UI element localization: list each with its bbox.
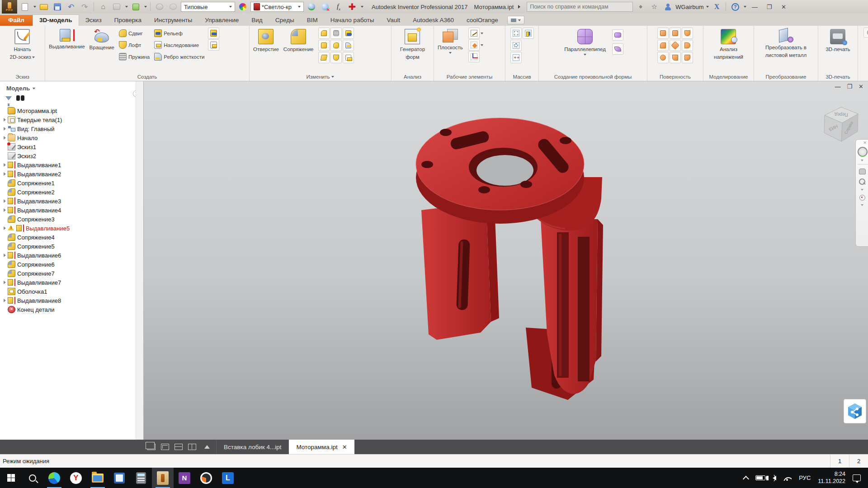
adjust-appearance-button[interactable] — [306, 1, 317, 12]
tree-item-sketch1[interactable]: Эскиз1 — [3, 142, 143, 151]
look-at-caret-icon[interactable] — [125, 6, 128, 8]
shell-button[interactable] — [318, 40, 330, 51]
tab-inspect[interactable]: Проверка — [108, 15, 148, 26]
taskbar-edge-button[interactable] — [43, 468, 65, 488]
help-button[interactable]: ? — [729, 1, 741, 12]
measure-button[interactable] — [167, 1, 179, 12]
help-caret-icon[interactable] — [744, 6, 746, 8]
redo-button[interactable]: ↷ — [79, 1, 90, 12]
offset-surface-button[interactable] — [657, 40, 669, 51]
split-button[interactable] — [343, 28, 354, 39]
exchange-apps-button[interactable]: X — [711, 1, 722, 12]
trim-button[interactable] — [670, 40, 681, 51]
browser-header[interactable]: Модель — [0, 81, 143, 94]
tab-view[interactable]: Вид — [245, 15, 269, 26]
taskbar-explorer-button[interactable] — [87, 468, 108, 488]
shape-generator-button[interactable]: Генераторформ — [398, 28, 427, 62]
app-restore-button[interactable]: ❐ — [763, 1, 775, 12]
tree-item-fillet1[interactable]: Сопряжение1 — [3, 178, 143, 188]
tab-coolorange[interactable]: coolOrange — [460, 15, 505, 26]
freeform-plane-button[interactable] — [612, 29, 623, 41]
new-document-button[interactable] — [19, 1, 31, 12]
delete-face-button[interactable] — [343, 52, 354, 63]
tree-item-fillet6[interactable]: Сопряжение6 — [3, 260, 143, 269]
account-button[interactable] — [662, 1, 674, 12]
tab-3d-model[interactable]: 3D-модель — [33, 14, 79, 26]
a360-share-button[interactable] — [844, 399, 866, 423]
tab-get-started[interactable]: Начало работы — [324, 15, 381, 26]
pan-hand-icon[interactable] — [858, 167, 867, 175]
undo-button[interactable]: ↶ — [65, 1, 77, 12]
orbit-icon[interactable] — [858, 193, 867, 202]
tab-a360[interactable]: Autodesk A360 — [406, 15, 460, 26]
stress-analysis-button[interactable]: Анализнапряжений — [712, 28, 745, 62]
rectangular-pattern-button[interactable] — [510, 28, 522, 39]
tree-item-extrusion1[interactable]: Выдавливание1 — [3, 160, 143, 169]
thicken-surface-button[interactable] — [670, 52, 681, 63]
expander-icon[interactable] — [4, 127, 6, 131]
work-plane-button[interactable]: Плоскость — [436, 28, 465, 55]
tab-bim[interactable]: BIM — [301, 15, 324, 26]
view-cube[interactable]: Перед НИЗ Справа — [824, 107, 858, 141]
point-caret-icon[interactable] — [481, 44, 483, 46]
expander-icon[interactable] — [4, 136, 6, 140]
screenshot-tool-button[interactable] — [507, 16, 524, 24]
user-name[interactable]: WGairbum — [675, 4, 703, 10]
qat-customize-caret-icon[interactable] — [361, 6, 363, 8]
freeform-box-button[interactable]: Параллелепипед — [562, 28, 608, 57]
expand-tabs-icon[interactable] — [204, 445, 210, 449]
navigation-wheel-icon[interactable] — [858, 147, 868, 157]
draft-button[interactable] — [318, 52, 330, 63]
sweep-button[interactable]: Сдвиг — [117, 28, 151, 39]
speaker-icon[interactable] — [773, 476, 776, 480]
tree-item-root[interactable]: Моторамма.ipt — [3, 106, 143, 115]
coil-button[interactable]: Пружина — [117, 51, 151, 62]
freeform-convert-button[interactable] — [612, 43, 623, 55]
print-3d-button[interactable]: 3D-печать — [824, 28, 852, 54]
tree-item-extrusion6[interactable]: Выдавливание6 — [3, 251, 143, 260]
constraint-button[interactable] — [154, 1, 165, 12]
parameters-button[interactable]: fx — [333, 1, 344, 12]
horizontal-split-icon[interactable] — [175, 444, 183, 450]
taskbar-disc-app-button[interactable] — [195, 468, 217, 488]
tab-environments[interactable]: Среды — [269, 15, 301, 26]
search-binoculars-icon[interactable] — [16, 95, 24, 101]
look-at-button[interactable] — [111, 1, 123, 12]
tree-item-fillet5[interactable]: Сопряжение5 — [3, 242, 143, 251]
expander-icon[interactable] — [4, 163, 6, 167]
tree-item-fillet2[interactable]: Сопряжение2 — [3, 188, 143, 197]
sketch-driven-pattern-button[interactable] — [510, 52, 522, 63]
extend-button[interactable] — [682, 40, 693, 51]
tree-item-origin[interactable]: Начало — [3, 133, 143, 142]
browser-scrollbar[interactable] — [136, 81, 143, 440]
tree-item-extrusion4[interactable]: Выдавливание4 — [3, 206, 143, 215]
tree-item-extrusion5-error[interactable]: Выдавливание5 — [3, 224, 143, 233]
battery-icon[interactable] — [755, 475, 765, 480]
expander-icon[interactable] — [4, 281, 6, 284]
expander-icon[interactable] — [4, 118, 6, 122]
tab-vault[interactable]: Vault — [380, 15, 406, 26]
import-button[interactable] — [208, 39, 219, 51]
tree-item-fillet7[interactable]: Сопряжение7 — [3, 269, 143, 278]
tree-item-fillet3[interactable]: Сопряжение3 — [3, 215, 143, 224]
filter-icon[interactable] — [5, 96, 12, 100]
taskbar-l-app-button[interactable]: L — [217, 468, 239, 488]
tree-item-view-main[interactable]: Вид: Главный — [3, 124, 143, 133]
fillet-button[interactable]: Сопряжение — [282, 28, 316, 54]
tree-item-extrusion7[interactable]: Выдавливание7 — [3, 278, 143, 287]
doc-tab-inactive[interactable]: Вставка лобик 4...ipt — [216, 440, 288, 454]
taskbar-yandex-button[interactable]: Y — [65, 468, 87, 488]
stitch-button[interactable] — [657, 28, 669, 39]
viewport-canvas[interactable]: — ❐ ✕ — [144, 81, 868, 440]
start-button[interactable] — [0, 468, 22, 488]
open-button[interactable] — [38, 1, 50, 12]
patch-button[interactable] — [670, 28, 681, 39]
taskbar-inventor-button[interactable] — [152, 468, 174, 488]
tree-item-extrusion3[interactable]: Выдавливание3 — [3, 197, 143, 206]
boundary-button[interactable] — [657, 52, 669, 63]
derived-component-button[interactable] — [208, 28, 219, 39]
health-plus-button[interactable]: ✚ — [346, 1, 358, 12]
taskbar-mail-button[interactable] — [108, 468, 130, 488]
sculpt-button[interactable] — [682, 28, 693, 39]
app-minimize-button[interactable]: — — [748, 1, 761, 12]
